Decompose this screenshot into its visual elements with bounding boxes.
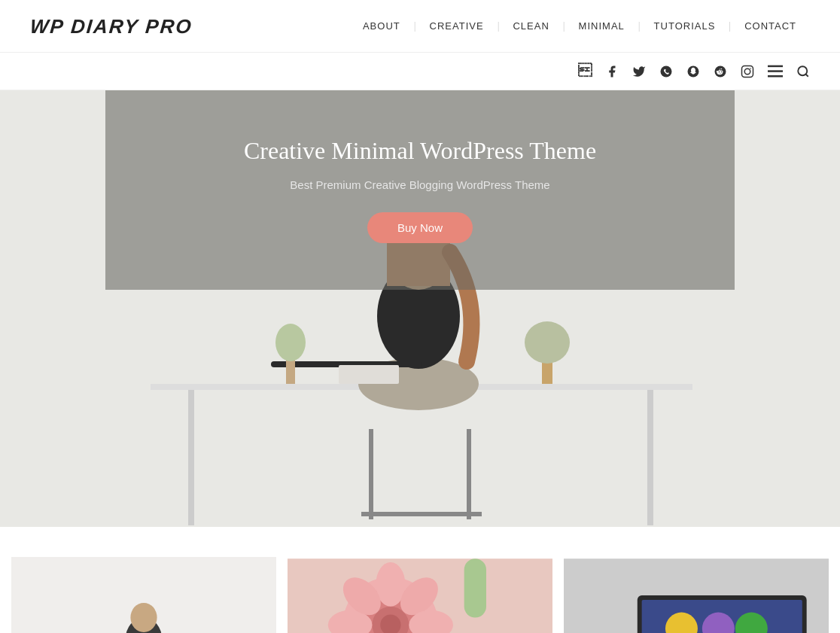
facebook-icon[interactable] <box>605 65 619 78</box>
card-clean[interactable]: Clean Design <box>564 557 829 633</box>
nav-item-minimal[interactable]: MINIMAL <box>565 20 638 32</box>
hero-subtitle: Best Premium Creative Blogging WordPress… <box>290 178 549 191</box>
instagram-icon[interactable] <box>741 65 754 78</box>
nav-item-contact[interactable]: CONTACT <box>731 20 810 32</box>
twitter-icon[interactable] <box>632 65 646 78</box>
svg-rect-16 <box>467 429 471 519</box>
svg-line-10 <box>805 74 808 76</box>
search-icon[interactable] <box>796 65 810 78</box>
cards-section: Minimal Category <box>0 527 840 633</box>
nav-item-about[interactable]: ABOUT <box>349 20 414 32</box>
svg-rect-3 <box>742 65 753 77</box>
svg-point-27 <box>525 321 570 364</box>
svg-point-4 <box>744 68 750 75</box>
svg-point-5 <box>750 68 751 69</box>
svg-rect-28 <box>339 365 399 384</box>
nav-item-tutorials[interactable]: TUTORIALS <box>641 20 729 32</box>
svg-rect-52 <box>464 558 486 617</box>
card-creative[interactable]: Creative Category <box>288 557 552 633</box>
site-header: WP DIARY PRO ABOUT | CREATIVE | CLEAN | … <box>0 0 840 53</box>
svg-rect-14 <box>647 390 653 525</box>
svg-rect-7 <box>768 70 783 72</box>
svg-rect-6 <box>768 65 783 67</box>
menu-icon[interactable] <box>768 65 783 78</box>
whatsapp-icon[interactable] <box>659 65 673 78</box>
snapchat-icon[interactable] <box>686 65 700 78</box>
svg-rect-17 <box>361 512 482 516</box>
svg-point-9 <box>798 66 807 75</box>
svg-point-25 <box>275 324 306 361</box>
nav-item-clean[interactable]: CLEAN <box>499 20 562 32</box>
svg-rect-8 <box>768 75 783 78</box>
cards-row: Minimal Category <box>11 557 829 633</box>
clean-card-image <box>564 557 829 633</box>
svg-rect-15 <box>369 429 373 519</box>
hero-content: Creative Minimal WordPress Theme Best Pr… <box>105 90 735 290</box>
svg-rect-13 <box>188 390 194 525</box>
buy-now-button[interactable]: Buy Now <box>367 212 473 243</box>
svg-point-37 <box>130 603 157 632</box>
creative-card-image <box>288 557 552 633</box>
reddit-icon[interactable] <box>714 65 727 78</box>
social-bar:  <box>0 53 840 90</box>
svg-point-0 <box>661 65 672 77</box>
nav-item-creative[interactable]: CREATIVE <box>416 20 498 32</box>
card-minimal[interactable]: Minimal Category <box>11 557 276 633</box>
site-logo[interactable]: WP DIARY PRO <box>30 14 193 38</box>
facebook-icon[interactable]:  <box>578 63 592 79</box>
minimal-card-image <box>11 557 276 633</box>
hero-title: Creative Minimal WordPress Theme <box>244 137 596 165</box>
main-nav: ABOUT | CREATIVE | CLEAN | MINIMAL | TUT… <box>349 20 810 32</box>
hero-section: Creative Minimal WordPress Theme Best Pr… <box>0 90 840 527</box>
